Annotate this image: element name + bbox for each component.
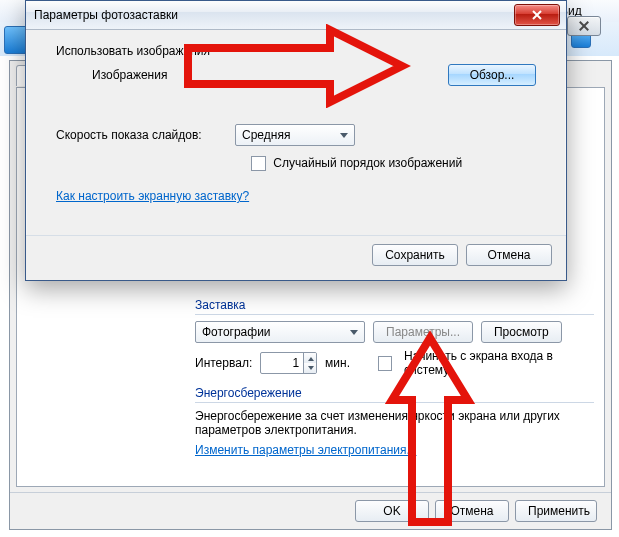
browse-button[interactable]: Обзор... [448,64,536,86]
speed-label: Скорость показа слайдов: [56,128,221,142]
dialog-buttons: Сохранить Отмена [26,235,566,280]
spin-up-icon[interactable] [304,353,317,363]
logon-label: Начинать с экрана входа в систему [404,349,594,377]
settings-button[interactable]: Параметры... [373,321,473,343]
random-label: Случайный порядок изображений [273,156,462,170]
images-label: Изображения [56,68,257,82]
save-button[interactable]: Сохранить [372,244,458,266]
use-images-label: Использовать изображения [56,44,536,58]
dialog-cancel-button[interactable]: Отмена [466,244,552,266]
power-link[interactable]: Изменить параметры электропитания... [195,443,416,457]
screensaver-select-wrap[interactable]: Фотографии [195,321,365,343]
cancel-button[interactable]: Отмена [435,500,509,522]
divider [195,314,594,315]
logon-checkbox[interactable] [378,356,393,371]
group-screensaver: Заставка Фотографии Параметры... Просмот… [195,298,594,383]
dialog-close-button[interactable] [514,4,560,26]
speed-select-wrap[interactable]: Средняя [235,124,355,146]
power-desc: Энергосбережение за счет изменения яркос… [195,409,594,437]
random-checkbox[interactable] [251,156,266,171]
preview-button[interactable]: Просмотр [481,321,562,343]
group-title: Энергосбережение [195,386,594,400]
interval-label: Интервал: [195,356,252,370]
photo-screensaver-dialog: Параметры фотозаставки Использовать изоб… [25,0,567,281]
group-title: Заставка [195,298,594,312]
screensaver-select[interactable]: Фотографии [195,321,365,343]
apply-button[interactable]: Применить [515,500,597,522]
help-link[interactable]: Как настроить экранную заставку? [56,189,249,203]
dialog-title: Параметры фотозаставки [34,8,178,22]
close-icon [532,10,542,20]
interval-stepper[interactable] [260,352,317,374]
spin-down-icon[interactable] [304,363,317,373]
parent-close-button[interactable] [567,16,601,36]
divider [195,402,594,403]
speed-select[interactable]: Средняя [235,124,355,146]
ok-button[interactable]: OK [355,500,429,522]
interval-unit: мин. [325,356,350,370]
bottom-bar: OK Отмена Применить [10,492,611,529]
group-power: Энергосбережение Энергосбережение за сче… [195,386,594,457]
dialog-body: Использовать изображения Изображения Обз… [26,30,566,235]
dialog-titlebar[interactable]: Параметры фотозаставки [26,1,566,30]
interval-input[interactable] [261,354,303,372]
